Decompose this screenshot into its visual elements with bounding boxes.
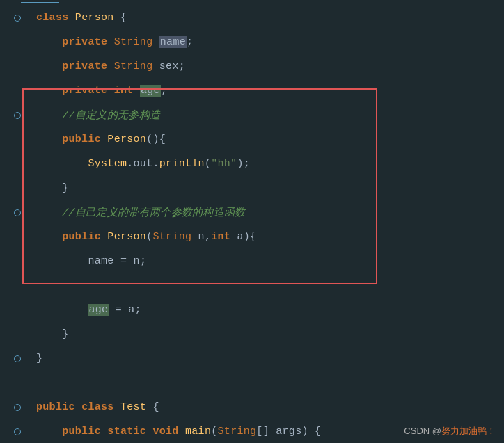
code-line-7: System.out.println("hh"); — [0, 152, 504, 176]
line-content-2: private String name; — [22, 36, 193, 48]
code-line-16 — [0, 371, 504, 395]
code-line-5: //自定义的无参构造 — [0, 103, 504, 127]
fold-icon-18[interactable] — [14, 428, 21, 435]
line-content-9: //自己定义的带有两个参数的构造函数 — [22, 206, 246, 219]
line-content-13: age = a; — [22, 304, 141, 316]
line-content-3: private String sex; — [22, 61, 185, 72]
code-line-4: private int age; — [0, 79, 504, 103]
code-line-2: private String name; — [0, 30, 504, 54]
code-line-1: class Person { — [0, 6, 504, 30]
fold-icon-5[interactable] — [14, 112, 21, 119]
line-content-1: class Person { — [22, 12, 127, 24]
watermark-suffix: 努力加油鸭！ — [441, 426, 496, 436]
code-line-14: } — [0, 322, 504, 346]
line-content-18: public static void main(String[] args) { — [22, 426, 321, 437]
line-content-5: //自定义的无参构造 — [22, 108, 160, 122]
fold-icon-17[interactable] — [14, 404, 21, 411]
fold-icon-15[interactable] — [14, 355, 21, 362]
line-content-10: public Person(String n,int a){ — [22, 231, 256, 243]
code-line-13: age = a; — [0, 298, 504, 322]
line-content-14: } — [22, 328, 69, 340]
line-content-4: private int age; — [22, 85, 167, 97]
watermark: CSDN @努力加油鸭！ — [404, 425, 496, 437]
line-content-11: name = n; — [22, 255, 146, 267]
line-content-6: public Person(){ — [22, 134, 166, 145]
code-line-10: public Person(String n,int a){ — [0, 225, 504, 249]
watermark-prefix: CSDN @ — [404, 426, 441, 436]
code-line-6: public Person(){ — [0, 127, 504, 152]
fold-icon-9[interactable] — [14, 209, 21, 216]
code-line-11: name = n; — [0, 249, 504, 273]
code-line-15: } — [0, 346, 504, 371]
fold-icon-1[interactable] — [14, 15, 21, 22]
code-line-9: //自己定义的带有两个参数的构造函数 — [0, 200, 504, 225]
line-content-17: public class Test { — [22, 401, 159, 413]
line-content-8: } — [22, 182, 69, 194]
line-content-15: } — [22, 353, 42, 364]
line-content-7: System.out.println("hh"); — [22, 158, 250, 170]
code-line-8: } — [0, 176, 504, 200]
code-line-3: private String sex; — [0, 54, 504, 79]
top-accent-line — [21, 2, 59, 3]
code-editor: class Person { private String name; priv… — [0, 0, 504, 443]
code-line-12 — [0, 273, 504, 298]
code-line-17: public class Test { — [0, 395, 504, 419]
